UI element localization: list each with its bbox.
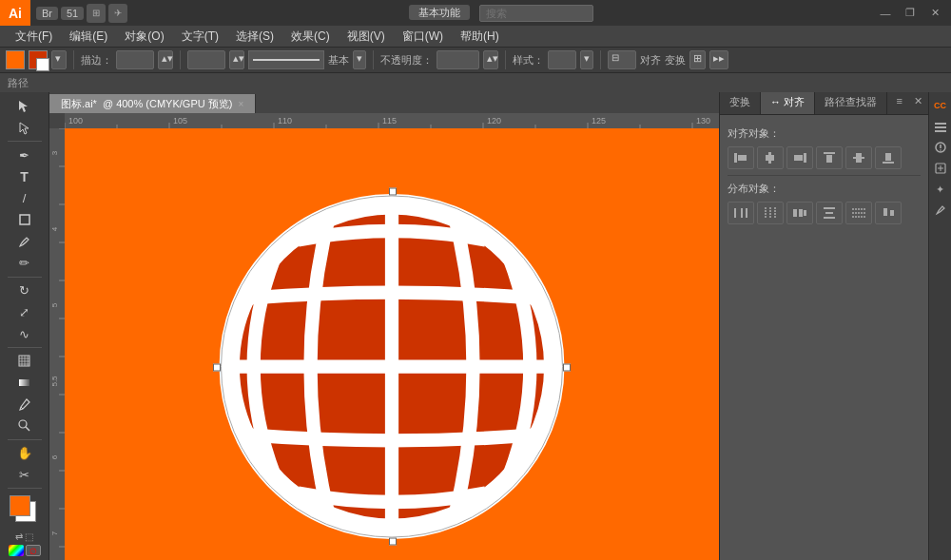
none-mode-btn[interactable]: ∅ [26,545,41,556]
extra-options-btn[interactable]: ⊞ [689,50,706,69]
x-input[interactable] [187,50,225,69]
opt-divider-2 [180,50,181,69]
more-btn[interactable]: ▸▸ [709,50,728,69]
svg-rect-79 [799,209,803,217]
breadcrumb-path: 路径 [8,76,29,90]
menu-effect[interactable]: 效果(C) [283,27,338,47]
svg-text:120: 120 [487,116,501,126]
properties-icon[interactable] [931,138,950,157]
tab-close-btn[interactable]: × [238,99,243,109]
tool-sep-1 [8,141,42,142]
distribute-right-btn[interactable] [786,202,813,224]
menu-file[interactable]: 文件(F) [8,27,60,47]
pen-tool[interactable]: ✒ [4,145,46,165]
distribute-left-btn[interactable] [728,202,754,224]
menu-help[interactable]: 帮助(H) [453,27,507,47]
brushes-icon[interactable] [931,201,950,220]
x-dropdown[interactable]: ▴▾ [229,50,244,69]
globe-artwork[interactable] [211,185,573,550]
align-label: 对齐 [640,53,661,68]
distribute-vcenter-btn[interactable] [845,202,872,224]
align-top-btn[interactable] [816,146,843,169]
stroke-color-box[interactable] [29,50,48,69]
opacity-input[interactable]: 100% [437,50,479,69]
scissors-tool[interactable]: ✂ [4,464,46,485]
minimize-btn[interactable]: — [875,3,896,24]
distribute-hcenter-btn[interactable] [757,202,784,224]
hand-tool[interactable]: ✋ [4,443,46,464]
align-hcenter-btn[interactable] [757,146,784,169]
ruler-h-inner: 100 105 110 115 120 125 [65,113,719,128]
stroke-arrow-btn[interactable]: ▾ [51,50,67,69]
warp-tool[interactable]: ∿ [4,323,46,344]
favorite-icon[interactable]: ✈ [108,4,127,23]
svg-rect-33 [49,128,65,560]
tab-align[interactable]: ↔ 对齐 [761,92,815,114]
restore-btn[interactable]: ❐ [900,3,921,24]
menu-view[interactable]: 视图(V) [340,27,393,47]
tab-pathfinder[interactable]: 路径查找器 [815,92,887,114]
line-style-preview[interactable] [248,50,324,69]
stroke-mode-dropdown[interactable]: ▴▾ [158,50,173,69]
menu-edit[interactable]: 编辑(E) [62,27,115,47]
svg-rect-60 [734,153,737,163]
selection-tool[interactable] [4,96,46,117]
bridge-btn[interactable]: Br [36,7,58,20]
menu-type[interactable]: 文字(T) [174,27,226,47]
align-bottom-btn[interactable] [875,146,902,169]
close-btn[interactable]: ✕ [924,3,945,24]
workspace-label[interactable]: 基本功能 [409,5,470,20]
style-dropdown[interactable]: ▾ [580,50,593,69]
svg-line-9 [21,407,23,409]
pencil-tool[interactable]: ✏ [4,253,46,274]
ruler-h-svg: 100 105 110 115 120 125 [65,113,719,128]
align-icon-btn[interactable]: ⊟ [608,50,636,69]
fill-swatch[interactable] [10,495,30,516]
menu-object[interactable]: 对象(O) [117,27,171,47]
color-mode-btn[interactable] [9,545,24,556]
opt-divider-3 [373,50,374,69]
graph-tool[interactable] [4,351,46,372]
direct-selection-tool[interactable] [4,118,46,139]
distribute-top-btn[interactable] [816,202,843,224]
zoom-tool[interactable] [4,415,46,436]
appearance-icon[interactable] [931,159,950,178]
window-controls: — ❐ ✕ [875,3,945,24]
menu-select[interactable]: 选择(S) [228,27,281,47]
artboard-btn[interactable]: 51 [61,7,84,20]
canvas-tab-active[interactable]: 图标.ai* @ 400% (CMYK/GPU 预览) × [49,94,256,113]
align-vcenter-btn[interactable] [845,146,872,169]
style-preview[interactable] [548,50,576,69]
distribute-bottom-btn[interactable] [875,202,902,224]
scale-tool[interactable]: ⤢ [4,301,46,322]
line-preset-dropdown[interactable]: ▾ [353,50,366,69]
type-tool[interactable]: T [4,166,46,187]
align-left-btn[interactable] [728,146,754,169]
search-input[interactable] [479,5,593,22]
gradient-tool[interactable] [4,373,46,394]
default-colors-btn[interactable]: ⬚ [25,531,33,542]
menu-window[interactable]: 窗口(W) [395,27,451,47]
opt-divider-1 [73,50,74,69]
swap-colors-btn[interactable]: ⇄ [15,531,23,542]
cc-icon[interactable]: CC [931,96,950,115]
shape-tool[interactable] [4,210,46,231]
brush-tool[interactable] [4,231,46,252]
rotate-tool[interactable]: ↻ [4,280,46,301]
symbols-icon[interactable]: ✦ [931,180,950,199]
panel-menu-btn[interactable]: ≡ [891,92,908,114]
eyedropper-tool[interactable] [4,394,46,415]
canvas-content[interactable] [65,128,719,560]
svg-rect-63 [766,155,774,161]
opt-divider-5 [600,50,601,69]
stroke-width-input[interactable] [116,50,154,69]
opacity-dropdown[interactable]: ▴▾ [483,50,498,69]
fill-color-box[interactable] [6,50,25,69]
layers-icon[interactable] [931,117,950,136]
line-tool[interactable]: / [4,188,46,209]
panel-close-tab-btn[interactable]: ✕ [908,92,928,114]
ruler-vertical: 3 4 5 5.5 6 7 [49,128,65,560]
arrange-icon[interactable]: ⊞ [87,4,106,23]
tab-transform[interactable]: 变换 [720,92,761,114]
align-right-btn[interactable] [786,146,813,169]
